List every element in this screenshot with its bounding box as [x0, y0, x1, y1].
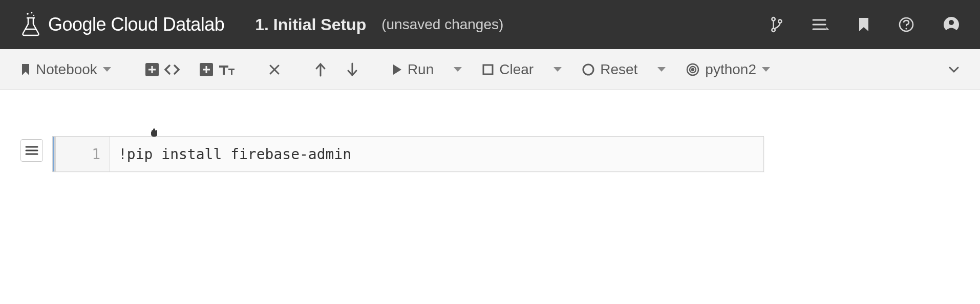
svg-point-6 — [772, 28, 775, 31]
close-icon — [268, 63, 281, 76]
plus-square-icon — [200, 63, 213, 76]
account-icon[interactable] — [943, 16, 960, 33]
help-icon[interactable] — [898, 16, 914, 33]
code-cell[interactable]: 1 !pip install firebase-admin — [52, 136, 764, 172]
line-number-gutter: 1 — [56, 137, 110, 171]
run-label: Run — [408, 61, 434, 78]
circle-outline-icon — [582, 63, 595, 76]
svg-point-2 — [33, 15, 34, 16]
chevron-down-icon — [453, 67, 462, 73]
target-icon — [686, 62, 700, 77]
chevron-down-icon — [102, 67, 112, 73]
header-bar: Google Cloud Datalab 1. Initial Setup (u… — [0, 0, 980, 49]
clear-button[interactable]: Clear — [477, 58, 539, 81]
toc-icon[interactable] — [812, 18, 829, 31]
chevron-down-icon — [657, 67, 666, 73]
cell-menu-toggle[interactable] — [20, 139, 43, 162]
chevron-down-icon — [948, 66, 960, 73]
chevron-down-icon — [761, 67, 771, 73]
hamburger-icon — [25, 145, 38, 156]
add-code-cell-button[interactable] — [140, 60, 185, 79]
run-menu-dropdown[interactable] — [448, 63, 467, 76]
notebook-area: 1 !pip install firebase-admin — [0, 90, 980, 192]
svg-point-1 — [31, 12, 33, 14]
git-branch-icon[interactable] — [770, 16, 783, 33]
square-outline-icon — [482, 63, 494, 76]
document-title[interactable]: 1. Initial Setup — [255, 15, 366, 34]
add-text-cell-button[interactable] — [195, 60, 240, 79]
play-icon — [392, 63, 402, 76]
brand-text: Google Cloud Datalab — [48, 14, 224, 35]
flask-icon — [20, 12, 41, 37]
grab-cursor-icon — [149, 127, 159, 140]
overflow-menu[interactable] — [943, 63, 965, 76]
clear-label: Clear — [499, 61, 534, 78]
reset-label: Reset — [600, 61, 637, 78]
svg-rect-17 — [483, 65, 493, 74]
reset-button[interactable]: Reset — [577, 58, 643, 81]
plus-square-icon — [145, 63, 159, 76]
save-status: (unsaved changes) — [381, 16, 503, 33]
arrow-down-icon — [346, 62, 358, 77]
svg-point-0 — [27, 13, 29, 15]
svg-point-21 — [692, 69, 694, 71]
header-icon-group — [770, 16, 960, 33]
kernel-selector[interactable]: python2 — [680, 58, 776, 81]
kernel-label: python2 — [705, 61, 756, 78]
toolbar: Notebook — [0, 49, 980, 90]
code-editor[interactable]: !pip install firebase-admin — [110, 137, 763, 171]
svg-point-7 — [778, 19, 781, 23]
arrow-up-icon — [314, 62, 327, 77]
brand-logo: Google Cloud Datalab — [20, 12, 224, 37]
svg-point-18 — [583, 64, 593, 75]
notebook-menu[interactable]: Notebook — [15, 58, 117, 81]
svg-point-14 — [949, 20, 954, 25]
line-number: 1 — [92, 146, 100, 163]
move-cell-down-button[interactable] — [341, 59, 364, 80]
bookmark-icon[interactable] — [858, 17, 869, 32]
reset-menu-dropdown[interactable] — [652, 63, 671, 76]
svg-point-12 — [905, 28, 907, 29]
text-tt-icon — [218, 63, 235, 76]
svg-point-5 — [772, 17, 775, 20]
notebook-menu-label: Notebook — [36, 61, 97, 78]
move-cell-up-button[interactable] — [309, 59, 332, 80]
run-button[interactable]: Run — [387, 58, 439, 81]
code-text: !pip install firebase-admin — [118, 146, 351, 163]
code-angle-icon — [164, 63, 180, 76]
bookmark-small-icon — [20, 63, 31, 76]
clear-menu-dropdown[interactable] — [548, 63, 567, 76]
delete-cell-button[interactable] — [263, 60, 286, 79]
chevron-down-icon — [553, 67, 562, 73]
